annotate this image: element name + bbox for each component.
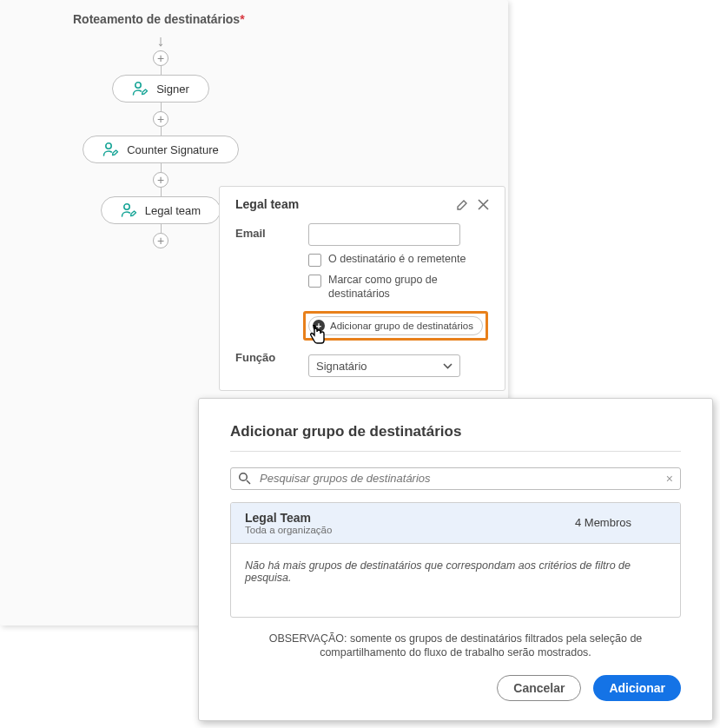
chevron-down-icon <box>443 363 452 369</box>
role-select-value: Signatário <box>316 360 367 373</box>
svg-point-3 <box>240 473 248 481</box>
role-select[interactable]: Signatário <box>308 354 460 377</box>
modal-title: Adicionar grupo de destinatários <box>230 423 681 440</box>
divider <box>230 451 681 452</box>
email-label: Email <box>235 223 298 240</box>
groups-list: Legal Team Toda a organização 4 Membros … <box>230 502 681 618</box>
connector-line <box>161 103 162 111</box>
modal-note: OBSERVAÇÃO: somente os grupos de destina… <box>230 632 681 660</box>
plus-circle-icon: + <box>313 320 325 332</box>
checkbox-mark-as-group[interactable] <box>308 275 321 288</box>
add-step-button[interactable]: + <box>153 111 168 127</box>
add-button-label: Adicionar <box>609 681 665 695</box>
group-row-sub: Toda a organização <box>245 525 332 535</box>
add-button[interactable]: Adicionar <box>593 675 681 701</box>
flow-node-label: Legal team <box>145 204 201 217</box>
search-wrapper: × <box>230 467 681 490</box>
flow-node-legal-team[interactable]: Legal team <box>101 196 221 224</box>
svg-point-2 <box>124 204 129 209</box>
flow-node-label: Counter Signature <box>127 143 219 156</box>
edit-icon[interactable] <box>456 198 469 211</box>
signer-icon <box>121 202 138 218</box>
connector-line <box>161 163 162 172</box>
search-input[interactable] <box>258 471 659 486</box>
signer-icon <box>102 142 120 157</box>
clear-search-icon[interactable]: × <box>666 472 673 486</box>
add-recipient-group-button[interactable]: + Adicionar grupo de destinatários <box>308 316 483 335</box>
svg-point-1 <box>106 143 111 149</box>
connector-line <box>161 224 162 233</box>
properties-title: Legal team <box>235 197 299 211</box>
svg-point-0 <box>135 83 141 88</box>
add-recipient-group-modal: Adicionar grupo de destinatários × Legal… <box>198 398 713 721</box>
checkbox-group-label: Marcar como grupo de destinatários <box>328 274 489 301</box>
add-group-button-label: Adicionar grupo de destinatários <box>330 321 473 331</box>
routing-header: Roteamento de destinatários* <box>73 12 245 26</box>
flow-node-signer[interactable]: Signer <box>112 75 209 103</box>
group-row-name: Legal Team <box>245 511 332 525</box>
signer-icon <box>132 81 149 96</box>
flow-node-counter-signature[interactable]: Counter Signature <box>83 136 239 163</box>
no-more-results-row: Não há mais grupos de destinatários que … <box>231 544 680 618</box>
flow-node-label: Signer <box>156 83 189 96</box>
connector-line <box>161 188 162 196</box>
role-label: Função <box>235 347 298 364</box>
email-field[interactable] <box>308 223 460 246</box>
routing-header-label: Roteamento de destinatários <box>73 12 240 26</box>
search-icon <box>238 472 251 485</box>
close-icon[interactable] <box>478 198 489 211</box>
required-asterisk: * <box>240 12 244 26</box>
add-step-button[interactable]: + <box>153 172 168 188</box>
highlight-box: + Adicionar grupo de destinatários <box>303 311 488 341</box>
add-step-button[interactable]: + <box>153 50 168 66</box>
cancel-button-label: Cancelar <box>513 681 565 695</box>
checkbox-sender-label: O destinatário é o remetente <box>328 253 466 267</box>
connector-line <box>161 66 162 75</box>
recipient-properties-panel: Legal team Email O destinatário é o reme… <box>219 186 505 391</box>
arrow-down-icon: ↓ <box>157 33 165 49</box>
group-row-members: 4 Membros <box>575 516 631 529</box>
add-step-button[interactable]: + <box>153 233 168 248</box>
checkbox-recipient-is-sender[interactable] <box>308 254 321 267</box>
connector-line <box>161 127 162 136</box>
group-row-legal-team[interactable]: Legal Team Toda a organização 4 Membros <box>231 503 680 544</box>
cancel-button[interactable]: Cancelar <box>497 675 581 701</box>
